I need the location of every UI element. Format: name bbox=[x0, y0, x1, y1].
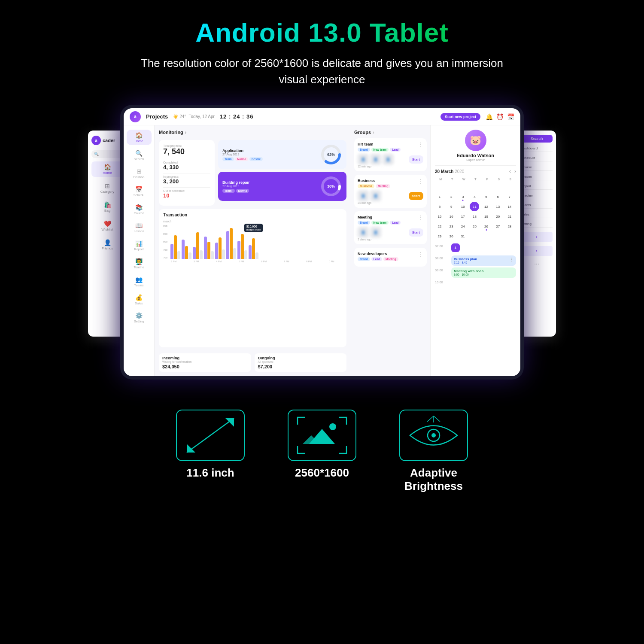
cal-day-28[interactable]: 28 bbox=[505, 222, 514, 231]
side-nav-home[interactable]: 🏠 Home bbox=[91, 161, 123, 177]
cal-day[interactable] bbox=[482, 182, 491, 191]
cal-day[interactable] bbox=[458, 182, 468, 191]
svg-marker-6 bbox=[225, 418, 234, 427]
cal-day-30[interactable]: 30 bbox=[447, 231, 456, 241]
new-project-button[interactable]: Start new project bbox=[440, 113, 480, 121]
sidebar-dashboard[interactable]: ⊞ Dashbo bbox=[127, 166, 152, 181]
slot-9: Meeting with Joch 9:00 - 10:00 bbox=[451, 267, 516, 278]
time-row-10: 10:00 bbox=[435, 279, 516, 292]
cal-day-2[interactable]: 2 bbox=[447, 192, 456, 201]
cal-next-btn[interactable]: › bbox=[514, 168, 516, 174]
sidebar-report-icon: 📊 bbox=[135, 240, 143, 247]
side-nav-friends[interactable]: 👤 Friends bbox=[91, 237, 123, 252]
sidebar-home[interactable]: 🏠 Home bbox=[127, 130, 152, 145]
weather-date: Today, 12 Apr bbox=[188, 114, 214, 119]
calendar-month: 20 March 2020 bbox=[435, 169, 464, 174]
svg-point-9 bbox=[329, 423, 336, 430]
cal-day-1[interactable]: 1 bbox=[435, 192, 444, 201]
sidebar-sales[interactable]: 💰 Sales bbox=[127, 292, 152, 307]
sidebar-course[interactable]: 📚 Cource bbox=[127, 202, 152, 217]
event-meeting-joch[interactable]: Meeting with Joch 9:00 - 10:00 bbox=[451, 267, 516, 278]
cal-day-3[interactable]: 3 bbox=[458, 192, 468, 201]
sidebar-search[interactable]: 🔍 Search bbox=[127, 148, 152, 163]
sidebar-settings[interactable]: ⚙️ Setting bbox=[127, 310, 152, 325]
cal-day-24[interactable]: 24 bbox=[458, 222, 468, 231]
cal-day-4[interactable]: 4 bbox=[470, 192, 479, 201]
completed-value: 4, 330 bbox=[163, 164, 210, 170]
in-progress-value: 3, 200 bbox=[163, 178, 210, 185]
incoming-sublabel: Waiting for confirmation bbox=[162, 360, 248, 363]
hr-tag-brand: Brand bbox=[358, 148, 370, 152]
calendar-section: 🐷 Eduardo Watson Super admin 20 March 20… bbox=[430, 125, 520, 376]
cal-day-29[interactable]: 29 bbox=[435, 231, 444, 241]
sidebar-schedule[interactable]: 📅 Schedu bbox=[127, 184, 152, 199]
cal-day-22[interactable]: 22 bbox=[435, 222, 444, 231]
cal-day-13[interactable]: 13 bbox=[493, 202, 503, 211]
cal-day-19[interactable]: 19 bbox=[482, 212, 491, 221]
side-nav-category[interactable]: ⊞ Category bbox=[91, 180, 123, 196]
cal-day-23[interactable]: 23 bbox=[447, 222, 456, 231]
cal-day-25[interactable]: 25 bbox=[470, 222, 479, 231]
x-label-2: 3 PM bbox=[194, 260, 199, 263]
cal-day-21[interactable]: 21 bbox=[505, 212, 514, 221]
meeting-start-btn[interactable]: Start bbox=[409, 228, 423, 237]
business-start-btn[interactable]: Start bbox=[409, 192, 423, 200]
cal-day-10[interactable]: 10 bbox=[458, 202, 468, 211]
sidebar-course-icon: 📚 bbox=[135, 204, 143, 211]
project-app-date: 27 Aug 2019 bbox=[222, 153, 316, 156]
cal-day-7[interactable]: 7 bbox=[505, 192, 514, 201]
cal-day-15[interactable]: 15 bbox=[435, 212, 444, 221]
hr-avatar-3: 👤 bbox=[383, 154, 394, 165]
bar-group-3 bbox=[193, 232, 203, 259]
sidebar-report[interactable]: 📊 Report bbox=[127, 238, 152, 253]
event-business-plan[interactable]: Business plan 7:15 - 8:45 ⋮ bbox=[451, 255, 516, 266]
cal-day-18[interactable]: 18 bbox=[470, 212, 479, 221]
cal-day-27[interactable]: 27 bbox=[493, 222, 503, 231]
business-time: 24 min ago bbox=[358, 201, 423, 204]
cal-day-31[interactable]: 31 bbox=[458, 231, 468, 241]
cal-day[interactable] bbox=[470, 182, 479, 191]
devs-tag-brand: Brand bbox=[358, 257, 370, 261]
side-nav-wishlist[interactable]: ❤️ Wishlist bbox=[91, 218, 123, 234]
right-search-btn[interactable]: Search bbox=[521, 135, 553, 143]
cal-day-8[interactable]: 8 bbox=[435, 202, 444, 211]
add-event-btn[interactable]: + bbox=[451, 243, 460, 252]
sidebar-sales-label: Sales bbox=[135, 301, 143, 305]
project-card-application: Application 27 Aug 2019 Team Norma Bessi… bbox=[218, 140, 346, 169]
cal-day-16[interactable]: 16 bbox=[447, 212, 456, 221]
feature-size-label: 11.6 inch bbox=[186, 466, 234, 480]
cal-day-26[interactable]: 26 bbox=[482, 222, 491, 231]
cal-day[interactable] bbox=[447, 182, 456, 191]
cal-day[interactable] bbox=[435, 182, 444, 191]
calendar-icon-topbar[interactable]: 📅 bbox=[507, 113, 514, 120]
total-label: Total projects: bbox=[163, 144, 210, 147]
tablet-wrapper: a cader 🔍 🏠 Home ⊞ Category 🛍️ Bag ❤️ Wi… bbox=[75, 105, 569, 380]
bar-group-8 bbox=[249, 238, 258, 259]
bell-icon[interactable]: 🔔 bbox=[486, 113, 493, 120]
side-nav-bag[interactable]: 🛍️ Bag bbox=[91, 199, 123, 215]
right-arrow-2[interactable]: › bbox=[521, 246, 553, 256]
cal-day-9[interactable]: 9 bbox=[447, 202, 456, 211]
sidebar-lesson[interactable]: 📖 Lesson bbox=[127, 220, 152, 235]
cal-day-11[interactable]: 11 bbox=[470, 202, 479, 211]
meet-tag-brand: Brand bbox=[358, 221, 370, 225]
x-label-4: 5 PM bbox=[239, 260, 244, 263]
x-label-6: 7 PM bbox=[284, 260, 289, 263]
cal-day-6[interactable]: 6 bbox=[493, 192, 503, 201]
sidebar-teacher[interactable]: 👨‍🏫 Teache bbox=[127, 256, 152, 271]
hr-start-btn[interactable]: Start bbox=[409, 155, 423, 164]
cal-day-5[interactable]: 5 bbox=[482, 192, 491, 201]
right-arrow-1[interactable]: › bbox=[521, 232, 553, 242]
hr-dots: ⋮ bbox=[418, 142, 423, 148]
bag-icon: 🛍️ bbox=[104, 201, 111, 208]
cal-day-14[interactable]: 14 bbox=[505, 202, 514, 211]
bar bbox=[196, 232, 199, 259]
clock-icon[interactable]: ⏰ bbox=[496, 113, 504, 120]
cal-day-20[interactable]: 20 bbox=[493, 212, 503, 221]
cal-day-12[interactable]: 12 bbox=[482, 202, 491, 211]
cal-day[interactable] bbox=[505, 182, 514, 191]
cal-day-17[interactable]: 17 bbox=[458, 212, 468, 221]
cal-prev-btn[interactable]: ‹ bbox=[509, 168, 511, 174]
sidebar-teams[interactable]: 👥 Teams bbox=[127, 274, 152, 289]
cal-day[interactable] bbox=[493, 182, 503, 191]
